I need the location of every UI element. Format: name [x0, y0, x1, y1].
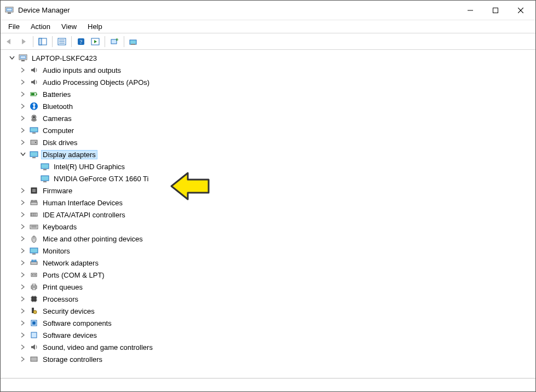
tree-row[interactable]: Ports (COM & LPT) — [18, 269, 535, 281]
tree-label: Disk drives — [41, 138, 79, 147]
chevron-right-icon[interactable] — [19, 355, 27, 363]
chevron-right-icon[interactable] — [19, 223, 27, 230]
tree-root-row[interactable]: LAPTOP-LSKFC423 — [7, 52, 535, 64]
tree-row[interactable]: Cameras — [18, 112, 535, 124]
chevron-right-icon[interactable] — [19, 319, 27, 327]
chevron-down-icon[interactable] — [8, 54, 16, 62]
tree-row[interactable]: Software components — [18, 317, 535, 329]
show-hide-tree-button[interactable] — [36, 35, 49, 48]
statusbar — [1, 378, 535, 390]
back-button[interactable] — [3, 35, 16, 48]
tree-label: Software components — [41, 319, 113, 328]
chevron-right-icon[interactable] — [19, 114, 27, 122]
chevron-right-icon[interactable] — [19, 307, 27, 315]
tree-row[interactable]: Mice and other pointing devices — [18, 233, 535, 245]
svg-rect-35 — [41, 164, 49, 169]
device-tree-scroll[interactable]: LAPTOP-LSKFC423 Audio inputs and outputs… — [1, 50, 535, 378]
device-tree: LAPTOP-LSKFC423 Audio inputs and outputs… — [5, 52, 535, 365]
chevron-right-icon[interactable] — [19, 78, 27, 86]
tree-row[interactable]: Software devices — [18, 329, 535, 341]
svg-rect-77 — [31, 332, 37, 338]
menu-view[interactable]: View — [56, 21, 82, 32]
svg-rect-31 — [31, 140, 37, 145]
tree-row[interactable]: Computer — [18, 124, 535, 136]
close-button[interactable] — [508, 2, 533, 19]
chevron-right-icon[interactable] — [19, 187, 27, 194]
printer-icon — [29, 283, 39, 291]
tree-row[interactable]: Security devices — [18, 305, 535, 317]
svg-rect-42 — [31, 200, 33, 202]
action-button[interactable] — [89, 35, 102, 48]
tree-row-display-adapters[interactable]: Display adapters — [18, 148, 535, 160]
chevron-right-icon[interactable] — [19, 235, 27, 243]
forward-button[interactable] — [17, 35, 30, 48]
chevron-right-icon[interactable] — [19, 102, 27, 110]
keyboard-icon — [29, 222, 39, 231]
tree-row[interactable]: Storage controllers — [18, 353, 535, 365]
chevron-right-icon[interactable] — [19, 259, 27, 267]
menu-action[interactable]: Action — [25, 21, 56, 32]
properties-button[interactable] — [55, 35, 68, 48]
chevron-right-icon[interactable] — [19, 271, 27, 279]
tree-row[interactable]: Human Interface Devices — [18, 197, 535, 209]
chevron-right-icon[interactable] — [19, 247, 27, 255]
tree-row[interactable]: Firmware — [18, 185, 535, 197]
scan-hardware-button[interactable] — [108, 35, 121, 48]
storage-icon — [29, 355, 39, 364]
tree-row[interactable]: IDE ATA/ATAPI controllers — [18, 209, 535, 221]
svg-rect-54 — [32, 253, 36, 255]
tree-row[interactable]: Monitors — [18, 245, 535, 257]
tree-row[interactable]: Audio Processing Objects (APOs) — [18, 76, 535, 88]
camera-icon — [29, 114, 39, 123]
tree-row-device[interactable]: Intel(R) UHD Graphics — [29, 160, 535, 172]
chevron-right-icon[interactable] — [19, 90, 27, 98]
firmware-icon — [29, 186, 39, 195]
tree-row[interactable]: Audio inputs and outputs — [18, 64, 535, 76]
maximize-button[interactable] — [483, 2, 508, 19]
port-icon — [29, 270, 39, 279]
svg-rect-18 — [131, 44, 135, 45]
toolbar-separator — [33, 36, 33, 47]
chevron-right-icon[interactable] — [19, 199, 27, 206]
tree-label: Keyboards — [41, 222, 78, 232]
svg-rect-8 — [39, 38, 42, 45]
chevron-right-icon[interactable] — [19, 139, 27, 146]
tree-row[interactable]: Disk drives — [18, 136, 535, 148]
tree-label: Batteries — [41, 90, 72, 99]
chevron-right-icon[interactable] — [19, 283, 27, 291]
svg-rect-36 — [43, 169, 47, 170]
tree-row[interactable]: Processors — [18, 293, 535, 305]
chevron-right-icon[interactable] — [19, 126, 27, 134]
chevron-down-icon[interactable] — [19, 151, 27, 158]
toolbar-separator — [52, 36, 53, 47]
chevron-right-icon[interactable] — [19, 211, 27, 218]
chevron-right-icon[interactable] — [19, 66, 27, 74]
tree-row[interactable]: Keyboards — [18, 221, 535, 233]
toolbar: ? — [1, 33, 535, 50]
chevron-right-icon[interactable] — [19, 331, 27, 339]
tree-row[interactable]: Bluetooth — [18, 100, 535, 112]
tree-row[interactable]: Print queues — [18, 281, 535, 293]
svg-rect-30 — [32, 132, 36, 134]
toolbar-separator — [105, 36, 105, 47]
display-icon — [29, 150, 39, 159]
minimize-button[interactable] — [458, 2, 483, 19]
svg-point-28 — [33, 116, 35, 118]
menu-file[interactable]: File — [3, 21, 25, 32]
chevron-right-icon[interactable] — [19, 343, 27, 351]
tree-row[interactable]: Network adapters — [18, 257, 535, 269]
svg-point-74 — [33, 310, 37, 314]
tree-row[interactable]: Sound, video and game controllers — [18, 341, 535, 353]
menu-help[interactable]: Help — [82, 21, 108, 32]
computer-icon — [29, 126, 39, 135]
chevron-right-icon[interactable] — [19, 295, 27, 303]
tree-label: Audio Processing Objects (APOs) — [41, 78, 151, 87]
svg-rect-38 — [43, 181, 47, 182]
processor-icon — [29, 295, 39, 303]
tree-row-device[interactable]: NVIDIA GeForce GTX 1660 Ti — [29, 172, 535, 185]
add-legacy-hardware-button[interactable] — [127, 35, 140, 48]
svg-rect-43 — [34, 200, 37, 202]
tree-row[interactable]: Batteries — [18, 88, 535, 100]
svg-rect-17 — [130, 40, 136, 44]
help-button[interactable]: ? — [74, 35, 88, 48]
